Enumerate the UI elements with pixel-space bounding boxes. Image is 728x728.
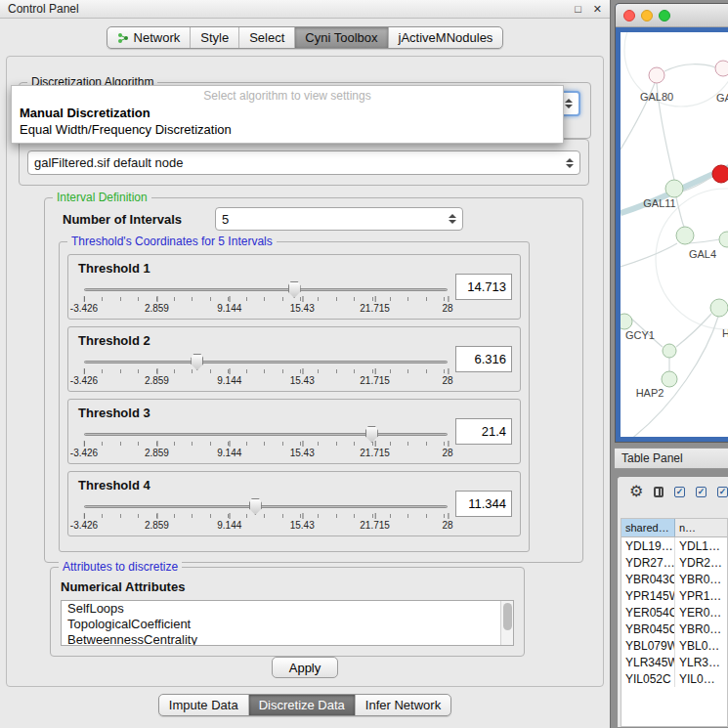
threshold-3-slider[interactable]: -3.426 2.859 9.144 15.43 21.715 28 — [84, 427, 448, 462]
zoom-traffic-light[interactable] — [659, 10, 670, 21]
popup-option-manual-discretization[interactable]: Manual Discretization — [12, 105, 563, 121]
thresholds-group-label: Threshold's Coordinates for 5 Intervals — [67, 235, 277, 248]
network-node[interactable] — [663, 344, 676, 358]
cell[interactable]: YLR345W — [621, 654, 675, 670]
tab-discretize-data[interactable]: Discretize Data — [248, 695, 355, 715]
threshold-4-label: Threshold 4 — [78, 478, 150, 492]
cell[interactable]: YBR043C — [621, 571, 675, 587]
checkbox-icon[interactable]: ✓ — [717, 487, 728, 497]
tick-label: 9.144 — [217, 375, 241, 386]
cell[interactable]: YPR1… — [675, 589, 727, 603]
top-tabbar: Network Style Select Cyni Toolbox jActiv… — [0, 19, 610, 53]
cell[interactable]: YBL079W — [621, 637, 675, 654]
window-title: Control Panel — [8, 2, 79, 16]
table-row[interactable]: YBR043CYBR0… — [621, 571, 727, 587]
number-of-intervals-label: Number of Intervals — [63, 212, 182, 227]
cell[interactable]: YER0… — [675, 606, 727, 620]
tab-network[interactable]: Network — [107, 27, 191, 48]
network-node-gal80[interactable] — [649, 67, 664, 83]
network-node-gal11[interactable] — [665, 180, 683, 197]
column-header-shared-name[interactable]: shared… — [621, 519, 675, 536]
minimize-icon[interactable]: □ — [575, 3, 581, 15]
slider-ticks — [84, 514, 448, 518]
table-row[interactable]: YER054CYER0… — [621, 604, 727, 621]
threshold-4-slider[interactable]: -3.426 2.859 9.144 15.43 21.715 28 — [84, 499, 448, 535]
cell[interactable]: YPR145W — [621, 587, 675, 604]
cell[interactable]: YBL0… — [675, 639, 727, 653]
table-row[interactable]: YBL079WYBL0… — [621, 637, 727, 654]
cell[interactable]: YBR0… — [675, 573, 727, 586]
threshold-2-slider-thumb[interactable] — [191, 354, 203, 370]
cell[interactable]: YDL19… — [621, 537, 675, 554]
threshold-1-label: Threshold 1 — [78, 261, 150, 276]
list-item[interactable]: SelfLoops — [62, 601, 513, 617]
cell[interactable]: YDL1… — [675, 539, 727, 553]
network-node[interactable] — [719, 232, 728, 247]
table-data-combobox[interactable]: galFiltered.sif default node — [27, 150, 580, 175]
table-row[interactable]: YBR045CYBR0… — [621, 621, 727, 637]
cell[interactable]: YER054C — [621, 604, 675, 621]
network-canvas[interactable]: GAL80 GAL11 GAL4 GCY1 HAP2 GA H — [621, 32, 728, 437]
tab-select[interactable]: Select — [238, 27, 294, 48]
table-row[interactable]: YLR345WYLR3… — [621, 654, 727, 670]
checkbox-icon[interactable]: ✓ — [696, 487, 707, 497]
checkbox-icon[interactable]: ✓ — [674, 487, 685, 497]
tab-impute-data[interactable]: Impute Data — [159, 695, 248, 715]
tab-cyni-toolbox[interactable]: Cyni Toolbox — [294, 27, 387, 48]
threshold-4-value-field[interactable] — [455, 491, 512, 517]
network-node-hap2[interactable] — [662, 371, 677, 387]
slider-ticks — [84, 442, 448, 446]
cell[interactable]: YLR3… — [675, 656, 727, 669]
tick-label: 9.144 — [217, 303, 241, 314]
slider-track — [84, 433, 448, 436]
cell[interactable]: YDR2… — [675, 556, 727, 570]
threshold-1-value-field[interactable] — [455, 274, 512, 300]
list-item[interactable]: TopologicalCoefficient — [62, 617, 513, 632]
column-selector-icon[interactable] — [654, 487, 664, 497]
table-header-row: shared… n… — [621, 519, 727, 537]
close-icon[interactable]: ✕ — [593, 3, 602, 16]
gear-icon[interactable]: ⚙ — [629, 484, 643, 499]
node-label-hap2: HAP2 — [636, 387, 664, 399]
tab-infer-network[interactable]: Infer Network — [355, 695, 450, 715]
cell[interactable]: YBR045C — [621, 621, 675, 637]
algorithm-popup-hint: Select algorithm to view settings — [12, 86, 563, 105]
threshold-1-slider[interactable]: -3.426 2.859 9.144 15.43 21.715 28 — [84, 282, 448, 318]
cell[interactable]: YBR0… — [675, 622, 727, 636]
threshold-3-slider-thumb[interactable] — [365, 426, 378, 443]
threshold-3-value-field[interactable] — [455, 418, 512, 445]
list-item[interactable]: BetweennessCentrality — [62, 632, 513, 646]
tick-label: 2.859 — [145, 520, 169, 531]
popup-option-equal-width-frequency[interactable]: Equal Width/Frequency Discretization — [12, 121, 563, 138]
apply-button[interactable]: Apply — [272, 657, 338, 678]
cell[interactable]: YIL052C — [621, 670, 675, 687]
network-node-gal4[interactable] — [676, 227, 694, 244]
table-data-group: Table Data galFiltered.sif default node — [19, 139, 589, 186]
network-node[interactable] — [710, 299, 728, 317]
network-node[interactable] — [715, 61, 728, 76]
node-label-gal80: GAL80 — [640, 91, 673, 103]
threshold-4-slider-thumb[interactable] — [249, 498, 262, 515]
close-traffic-light[interactable] — [623, 10, 635, 21]
list-scrollbar[interactable] — [500, 601, 513, 645]
table-row[interactable]: YPR145WYPR1… — [621, 587, 727, 604]
table-row[interactable]: YDR27…YDR2… — [621, 554, 727, 571]
threshold-2-value-field[interactable] — [455, 346, 512, 372]
tab-style[interactable]: Style — [190, 27, 238, 48]
threshold-2-slider[interactable]: -3.426 2.859 9.144 15.43 21.715 28 — [84, 355, 448, 390]
minimize-traffic-light[interactable] — [641, 10, 653, 21]
network-node-selected-red[interactable] — [712, 165, 728, 183]
tab-jactivemnodules[interactable]: jActiveMNodules — [388, 27, 503, 48]
cell[interactable]: YDR27… — [621, 554, 675, 571]
threshold-1-slider-thumb[interactable] — [288, 281, 301, 298]
table-row[interactable]: YDL19…YDL1… — [621, 537, 727, 554]
column-header-name[interactable]: n… — [675, 519, 727, 536]
network-node-gcy1[interactable] — [621, 314, 632, 329]
table-data-combobox-value: galFiltered.sif default node — [34, 155, 560, 170]
list-scrollbar-thumb[interactable] — [503, 603, 512, 630]
table-row[interactable]: YIL052CYIL0… — [621, 670, 727, 687]
top-tab-group: Network Style Select Cyni Toolbox jActiv… — [107, 26, 504, 49]
cell[interactable]: YIL0… — [675, 672, 727, 686]
slider-track — [84, 361, 448, 364]
number-of-intervals-combobox[interactable]: 5 — [215, 207, 463, 231]
